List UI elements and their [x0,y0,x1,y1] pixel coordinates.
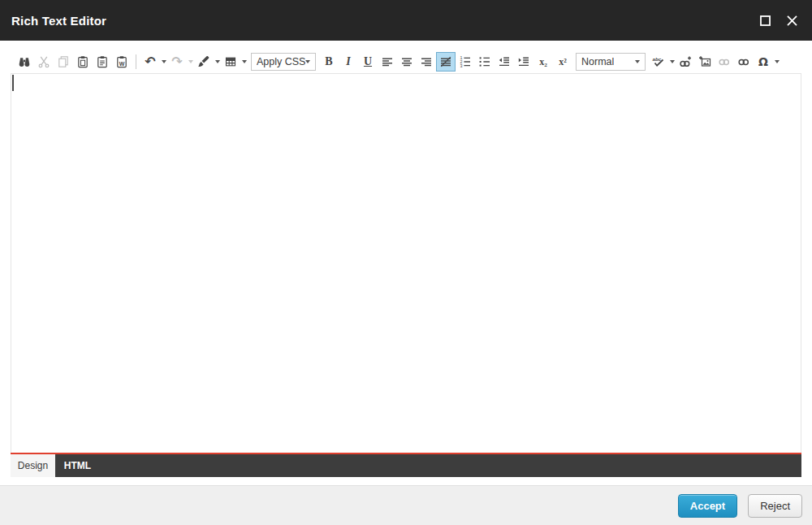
unordered-list-button[interactable] [475,52,495,72]
close-button[interactable] [784,13,799,28]
chevron-down-icon [242,60,247,63]
tab-design[interactable]: Design [11,454,55,477]
unlink-icon [718,55,731,68]
insert-link-icon [679,55,692,68]
apply-css-dropdown[interactable]: Apply CSS ... [251,53,316,71]
format-painter-button[interactable] [194,52,214,72]
mode-tabstrip: Design HTML [11,454,801,477]
insert-table-dropdown-arrow[interactable] [240,52,248,72]
toolbar: W↶↷Apply CSS ...BIU123x₂x²NormalabcΩ [11,41,801,73]
insert-table-icon [224,55,237,68]
superscript-icon: x² [559,57,567,67]
editor: W↶↷Apply CSS ...BIU123x₂x²NormalabcΩ Des… [11,41,801,477]
chevron-down-icon [670,60,675,63]
link-manager-button[interactable] [734,52,754,72]
reject-button[interactable]: Reject [748,494,802,518]
paste-icon [76,55,89,68]
text-cursor [12,75,14,91]
indent-icon [517,55,530,68]
unlink-button [715,52,734,72]
bold-button[interactable]: B [319,52,339,72]
format-painter-dropdown-arrow[interactable] [214,52,221,72]
italic-icon: I [346,56,350,67]
undo-dropdown-arrow[interactable] [160,52,167,72]
bold-icon: B [325,56,332,67]
chevron-down-icon [305,60,310,63]
copy-icon [57,55,70,68]
insert-link-button[interactable] [676,52,695,72]
tab-design-label: Design [18,460,48,471]
align-center-icon [400,55,413,68]
maximize-button[interactable] [758,13,772,28]
spell-check-button[interactable]: abc [649,52,668,72]
link-manager-icon [737,55,750,68]
paragraph-style-dropdown[interactable]: Normal [576,53,646,71]
paste-from-word-icon: W [115,55,128,68]
maximize-icon [758,14,772,28]
unordered-list-icon [478,55,491,68]
tab-html[interactable]: HTML [55,454,100,477]
find-button[interactable] [15,52,34,72]
tab-html-label: HTML [64,460,91,471]
underline-button[interactable]: U [358,52,378,72]
svg-text:W: W [119,61,125,67]
superscript-button[interactable]: x² [553,52,572,72]
rich-text-editor-dialog: Rich Text Editor W↶↷Apply CSS ...BIU123x… [0,0,812,525]
spell-check-icon: abc [652,55,665,68]
format-painter-icon [197,55,210,68]
editor-content[interactable] [11,73,801,453]
subscript-button[interactable]: x₂ [533,52,553,72]
redo-icon: ↷ [171,55,182,68]
special-characters-button[interactable]: Ω [754,52,773,72]
undo-icon: ↶ [145,55,155,68]
svg-text:3: 3 [460,63,462,68]
dialog-footer: Accept Reject [0,485,812,525]
paragraph-style-dropdown-value: Normal [581,56,614,67]
insert-image-icon [698,55,711,68]
paste-plain-text-icon [96,55,109,68]
close-icon [785,14,799,28]
align-left-button[interactable] [378,52,397,72]
justify-none-button[interactable] [436,52,456,72]
paste-button[interactable] [73,52,93,72]
toolbar-separator [136,54,136,69]
italic-button[interactable]: I [339,52,358,72]
special-characters-dropdown-arrow[interactable] [773,52,780,72]
spell-check-dropdown-arrow[interactable] [668,52,676,72]
justify-none-icon [439,55,452,68]
outdent-button[interactable] [495,52,514,72]
redo-dropdown-arrow [187,52,194,72]
redo-button: ↷ [167,52,187,72]
cut-icon [37,55,50,68]
svg-text:abc: abc [653,56,662,62]
align-right-button[interactable] [417,52,436,72]
insert-table-button[interactable] [221,52,240,72]
chevron-down-icon [775,60,780,63]
ordered-list-button[interactable]: 123 [456,52,475,72]
align-left-icon [381,55,394,68]
align-center-button[interactable] [397,52,417,72]
outdent-icon [498,55,511,68]
copy-button [54,52,73,72]
chevron-down-icon [162,60,166,63]
ordered-list-icon: 123 [459,55,472,68]
paste-plain-text-button[interactable] [93,52,112,72]
apply-css-dropdown-value: Apply CSS ... [257,56,305,67]
cut-button [34,52,54,72]
dialog-title: Rich Text Editor [11,14,106,28]
indent-button[interactable] [514,52,533,72]
align-right-icon [420,55,433,68]
special-characters-icon: Ω [758,56,768,67]
accept-button[interactable]: Accept [678,494,737,518]
subscript-icon: x₂ [539,57,547,67]
underline-icon: U [364,56,372,67]
paste-from-word-button[interactable]: W [112,52,132,72]
dialog-titlebar: Rich Text Editor [0,0,812,41]
insert-image-button[interactable] [695,52,715,72]
chevron-down-icon [188,60,193,63]
window-controls [758,13,799,28]
chevron-down-icon [215,60,220,63]
undo-button[interactable]: ↶ [140,52,160,72]
chevron-down-icon [635,60,640,63]
find-icon [18,55,31,68]
